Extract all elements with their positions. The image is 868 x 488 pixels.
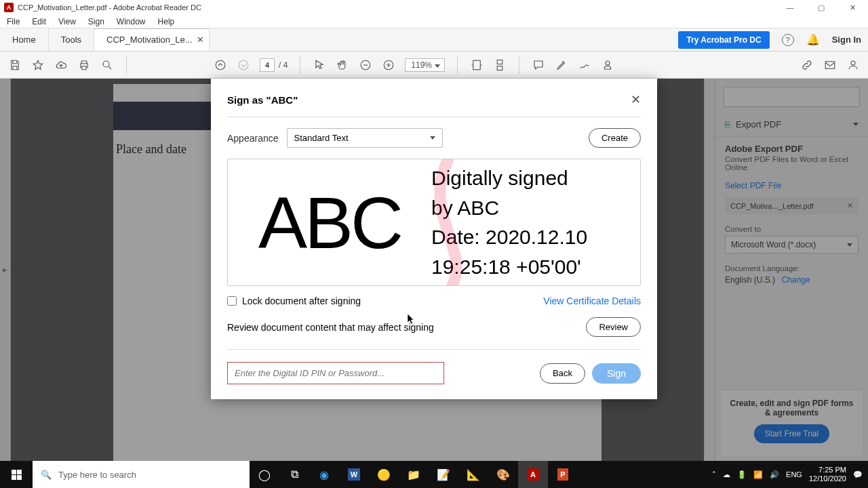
matlab-icon[interactable]: 📐: [458, 461, 488, 488]
tray-battery-icon[interactable]: 🔋: [737, 470, 747, 479]
star-icon[interactable]: [31, 58, 45, 72]
taskbar-search[interactable]: 🔍 Type here to search: [33, 461, 250, 488]
tray-clock[interactable]: 7:25 PM 12/10/2020: [809, 466, 846, 483]
email-icon[interactable]: [823, 58, 837, 72]
highlight-icon[interactable]: [555, 58, 568, 72]
help-icon[interactable]: ?: [782, 34, 794, 46]
sign-tool-icon[interactable]: [578, 58, 591, 72]
pin-input[interactable]: [227, 362, 444, 384]
tray-notifications-icon[interactable]: 💬: [853, 470, 863, 479]
menu-view[interactable]: View: [58, 17, 76, 26]
tab-document[interactable]: CCP_Motivation_Le... ✕: [94, 28, 210, 51]
view-certificate-link[interactable]: View Certificate Details: [543, 296, 641, 306]
paint-icon[interactable]: 🎨: [488, 461, 518, 488]
link-share-icon[interactable]: [800, 58, 814, 72]
tab-home[interactable]: Home: [0, 28, 49, 51]
minimize-button[interactable]: —: [774, 0, 806, 15]
profile-icon[interactable]: [846, 58, 860, 72]
edge-icon[interactable]: ◉: [309, 461, 339, 488]
windows-logo-icon: [12, 470, 22, 480]
scroll-mode-icon[interactable]: [493, 58, 507, 72]
appearance-value: Standard Text: [294, 133, 349, 143]
page-indicator: / 4: [260, 58, 288, 72]
svg-rect-9: [825, 61, 835, 68]
sign-button[interactable]: Sign: [592, 363, 641, 384]
powerpoint-icon[interactable]: P: [548, 461, 578, 488]
search-icon: 🔍: [41, 470, 52, 480]
system-tray: ˄ ☁ 🔋 📶 🔊 ENG 7:25 PM 12/10/2020 💬: [707, 466, 868, 483]
tabs-bar: Home Tools CCP_Motivation_Le... ✕ Try Ac…: [0, 28, 868, 52]
page-current-input[interactable]: [260, 58, 275, 72]
taskbar-apps: ◯ ⧉ ◉ W 🟡 📁 📝 📐 🎨 A P: [250, 461, 578, 488]
page-down-icon[interactable]: [237, 58, 250, 72]
svg-rect-5: [473, 60, 481, 70]
stamp-icon[interactable]: [601, 58, 614, 72]
tab-document-label: CCP_Motivation_Le...: [106, 35, 192, 45]
adobe-swirl-icon: [401, 159, 496, 286]
tab-close-icon[interactable]: ✕: [197, 35, 204, 45]
file-explorer-icon[interactable]: 📁: [399, 461, 429, 488]
review-button[interactable]: Review: [586, 317, 641, 337]
tray-wifi-icon[interactable]: 📶: [753, 470, 763, 479]
taskbar-search-placeholder: Type here to search: [58, 470, 136, 480]
menu-edit[interactable]: Edit: [32, 17, 46, 26]
app-icon: A: [4, 3, 14, 12]
word-icon[interactable]: W: [339, 461, 369, 488]
svg-point-1: [216, 60, 225, 70]
try-acrobat-button[interactable]: Try Acrobat Pro DC: [678, 31, 769, 49]
save-icon[interactable]: [8, 58, 22, 72]
back-button[interactable]: Back: [540, 363, 585, 384]
tray-language[interactable]: ENG: [786, 470, 802, 479]
window-titlebar: A CCP_Motivation_Letter.pdf - Adobe Acro…: [0, 0, 868, 15]
cortana-icon[interactable]: ◯: [250, 461, 279, 488]
menu-window[interactable]: Window: [117, 17, 146, 26]
hand-icon[interactable]: [336, 58, 349, 72]
toolbar: / 4 119%: [0, 52, 868, 79]
appearance-select[interactable]: Standard Text: [287, 128, 443, 148]
fit-width-icon[interactable]: [470, 58, 484, 72]
print-icon[interactable]: [77, 58, 91, 72]
comment-icon[interactable]: [532, 58, 545, 72]
tray-date: 12/10/2020: [809, 474, 846, 483]
zoom-in-icon[interactable]: [382, 58, 395, 72]
zoom-out-icon[interactable]: [359, 58, 372, 72]
pointer-icon[interactable]: [313, 58, 326, 72]
menu-sign[interactable]: Sign: [88, 17, 104, 26]
svg-point-8: [606, 61, 610, 65]
dialog-close-button[interactable]: ✕: [631, 92, 641, 107]
tray-onedrive-icon[interactable]: ☁: [723, 470, 730, 479]
zoom-value: 119%: [411, 60, 432, 70]
tray-chevron-icon[interactable]: ˄: [712, 470, 716, 479]
menubar: File Edit View Sign Window Help: [0, 15, 868, 28]
create-appearance-button[interactable]: Create: [589, 128, 641, 148]
zoom-select[interactable]: 119%: [405, 58, 445, 72]
chrome-icon[interactable]: 🟡: [369, 461, 399, 488]
dialog-title: Sign as "ABC": [227, 94, 298, 106]
menu-file[interactable]: File: [7, 17, 20, 26]
page-total: / 4: [279, 60, 288, 70]
tab-tools[interactable]: Tools: [49, 28, 94, 51]
tray-volume-icon[interactable]: 🔊: [770, 470, 779, 479]
lock-document-checkbox[interactable]: [227, 296, 237, 306]
maximize-button[interactable]: ▢: [806, 0, 837, 15]
content-area: ▶ Place and date ⎘ Export PDF Adobe Expo…: [0, 79, 868, 461]
task-view-icon[interactable]: ⧉: [279, 461, 309, 488]
svg-point-0: [103, 61, 109, 67]
sign-in-link[interactable]: Sign In: [832, 35, 861, 45]
page-up-icon[interactable]: [214, 58, 227, 72]
start-button[interactable]: [0, 461, 33, 488]
appearance-label: Appearance: [227, 133, 279, 144]
signature-preview: ABC Digitally signed by ABC Date: 2020.1…: [227, 159, 641, 286]
notepadpp-icon[interactable]: 📝: [429, 461, 458, 488]
close-window-button[interactable]: ✕: [837, 0, 868, 15]
lock-document-label[interactable]: Lock document after signing: [227, 296, 361, 306]
menu-help[interactable]: Help: [158, 17, 175, 26]
svg-point-2: [239, 60, 248, 70]
search-icon[interactable]: [100, 58, 114, 72]
cloud-icon[interactable]: [54, 58, 68, 72]
acrobat-icon[interactable]: A: [518, 461, 548, 488]
notifications-icon[interactable]: 🔔: [806, 33, 820, 46]
dialog-header: Sign as "ABC" ✕: [227, 92, 641, 117]
lock-document-text: Lock document after signing: [242, 296, 361, 306]
review-text: Review document content that may affect …: [227, 322, 434, 333]
